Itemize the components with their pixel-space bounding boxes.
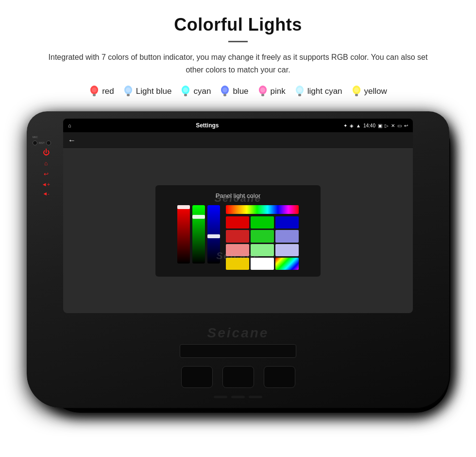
color-list: red Light blue cyan [89,85,387,98]
red-bulb-icon [89,85,100,98]
color-label-lightblue: Light blue [136,87,172,96]
camera-icon: ▣ [378,123,382,128]
panel-color-title: Panel light color [216,192,261,199]
nav-bar: ← [63,132,413,149]
swatch-red-mid[interactable] [226,230,249,242]
rst-button[interactable] [46,141,51,145]
blue-slider[interactable] [207,205,220,264]
rainbow-bar[interactable] [226,205,299,214]
vent-2 [231,396,245,398]
button-panel-left: MIC RST ⏻ ⌂ [33,136,59,196]
rgb-sliders [177,205,220,264]
green-slider[interactable] [192,205,205,264]
vent-row [214,396,262,398]
color-item-lightblue: Light blue [123,85,172,98]
svg-point-7 [126,88,131,92]
swatch-blue-dark[interactable] [275,216,299,228]
device-watermark: Seicane [207,325,269,341]
vol-down-row: ◄- [33,191,59,196]
swatch-white[interactable] [251,258,274,270]
swatch-lavender[interactable] [275,244,299,256]
connector-1 [181,366,213,388]
nav-back-button[interactable]: ← [68,136,76,145]
swatch-green[interactable] [251,216,274,228]
status-title: Settings [196,122,219,129]
volume-icon: ▷ [385,123,389,128]
svg-rect-14 [223,94,226,96]
lightcyan-bulb-icon [294,85,305,98]
swatches-grid [226,216,299,270]
front-unit: Seicane MIC RST ⏻ [27,111,449,408]
page-title: Colorful Lights [174,15,302,35]
cyan-bulb-icon [180,85,191,98]
color-panel-dialog: Panel light color [155,185,321,277]
swatch-area [226,205,299,270]
window-icon: ▭ [397,123,402,128]
svg-rect-18 [261,94,264,96]
back-icon[interactable]: ↩ [44,171,49,177]
time-display: 14:40 [363,123,375,128]
mic-button[interactable] [33,141,37,145]
color-label-cyan: cyan [193,87,211,96]
color-item-blue: blue [220,85,248,98]
color-item-pink: pink [257,85,286,98]
mic-label: MIC [33,136,38,139]
svg-rect-26 [355,94,358,96]
connector-3 [264,366,295,388]
product-area: Seicane MIC RST ⏻ [19,111,457,422]
swatch-rainbow[interactable] [275,258,299,270]
connector-2 [222,366,254,388]
home-btn-row: ⌂ [33,160,59,167]
rst-label: RST [39,141,45,144]
vol-up-row: ◄+ [33,181,59,187]
swatch-green-mid[interactable] [251,230,274,242]
svg-rect-22 [298,94,301,96]
swatch-light-green[interactable] [251,244,274,256]
home-status-icon: ⌂ [68,123,71,128]
power-icon-red[interactable]: ⏻ [43,148,50,156]
close-icon: ✕ [391,123,395,128]
svg-point-15 [222,88,227,92]
red-slider[interactable] [177,205,190,264]
description-text: Integrated with 7 colors of button indic… [39,51,437,76]
status-left: ⌂ [68,123,71,128]
color-item-cyan: cyan [180,85,211,98]
pink-bulb-icon [257,85,268,98]
svg-point-3 [92,88,97,92]
vol-down-icon[interactable]: ◄- [42,191,50,196]
svg-rect-6 [127,94,130,96]
vent-3 [249,396,262,398]
location-icon: ◈ [350,123,354,128]
swatch-pink[interactable] [226,244,249,256]
svg-point-11 [183,88,188,92]
status-bar: ⌂ Settings ✦ ◈ ▲ 14:40 ▣ ▷ ✕ [63,119,413,132]
vent-1 [214,396,227,398]
swatch-blue-mid[interactable] [275,230,299,242]
color-label-lightcyan: light cyan [307,87,342,96]
color-label-blue: blue [233,87,248,96]
blue-bulb-icon [220,85,230,98]
color-item-yellow: yellow [351,85,387,98]
svg-rect-10 [184,94,187,96]
svg-rect-2 [93,94,96,96]
back-btn-row: ↩ [33,171,59,177]
title-divider [228,41,248,42]
power-btn-row: ⏻ [33,148,59,156]
color-label-yellow: yellow [364,87,387,96]
svg-point-19 [260,88,265,92]
svg-point-27 [354,88,359,92]
color-label-red: red [102,87,114,96]
screen-bezel: ⌂ Settings ✦ ◈ ▲ 14:40 ▣ ▷ ✕ [63,119,413,313]
page-wrapper: Colorful Lights Integrated with 7 colors… [0,0,476,457]
signal-icon: ▲ [356,123,361,128]
back-nav-icon: ↩ [404,123,408,128]
status-right: ✦ ◈ ▲ 14:40 ▣ ▷ ✕ ▭ ↩ [343,123,408,128]
lightblue-bulb-icon [123,85,134,98]
swatch-yellow[interactable] [226,258,249,270]
vol-up-icon[interactable]: ◄+ [42,181,50,187]
color-item-red: red [89,85,114,98]
color-label-pink: pink [271,87,286,96]
svg-point-23 [297,88,302,92]
swatch-red-dark[interactable] [226,216,249,228]
home-icon[interactable]: ⌂ [44,160,48,167]
